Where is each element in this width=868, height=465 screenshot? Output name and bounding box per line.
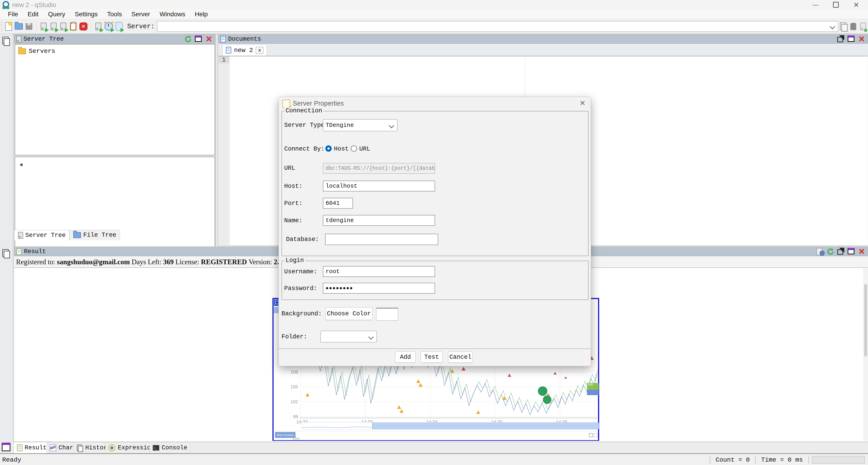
export-icon[interactable] xyxy=(816,248,824,255)
port-input[interactable]: 6041 xyxy=(323,198,353,209)
stop-hand-icon[interactable] xyxy=(849,22,857,31)
tab-file-tree[interactable]: File Tree xyxy=(69,230,120,240)
run-script-icon[interactable] xyxy=(115,22,123,31)
connect-by-host-radio[interactable] xyxy=(326,145,332,152)
dialog-close-icon[interactable]: ✕ xyxy=(580,99,586,107)
menu-tools[interactable]: Tools xyxy=(102,11,127,18)
add-button[interactable]: Add xyxy=(395,351,416,363)
toolbar-drag-handle[interactable] xyxy=(1,22,4,31)
server-icon xyxy=(16,36,21,42)
range-navigator[interactable] xyxy=(302,422,599,430)
username-input[interactable]: root xyxy=(323,266,435,277)
close-panel-icon[interactable] xyxy=(858,248,865,255)
maximize-panel-icon[interactable] xyxy=(848,35,855,43)
maximize-panel-icon[interactable] xyxy=(848,248,855,255)
group-label: Connection xyxy=(284,107,323,114)
risk-position-button[interactable]: Risk Position xyxy=(275,432,296,438)
document-tab-strip: new 2 x xyxy=(218,44,868,55)
chart-y-tick: 108 xyxy=(288,369,298,375)
folder-combobox[interactable] xyxy=(320,331,377,342)
test-button[interactable]: Test xyxy=(420,351,443,363)
clipboard-icon[interactable] xyxy=(69,22,77,31)
minimize-button[interactable]: — xyxy=(808,0,823,9)
registration-days: 369 xyxy=(163,258,174,266)
run-line-icon[interactable] xyxy=(50,22,57,31)
tab-new-2[interactable]: new 2 x xyxy=(222,44,267,56)
name-label: Name: xyxy=(284,217,303,224)
close-panel-icon[interactable] xyxy=(858,35,865,43)
run-selection-icon[interactable] xyxy=(60,22,67,31)
refresh-icon[interactable] xyxy=(827,248,834,255)
navigator-selection[interactable] xyxy=(372,423,599,429)
new-file-icon[interactable] xyxy=(5,22,13,31)
menu-query[interactable]: Query xyxy=(43,11,70,18)
server-type-combobox[interactable]: TDengine xyxy=(323,119,398,131)
tab-server-tree[interactable]: Server Tree xyxy=(14,230,69,241)
server-combobox[interactable] xyxy=(157,21,838,32)
host-input[interactable]: localhost xyxy=(323,181,435,191)
name-input[interactable]: tdengine xyxy=(323,215,435,226)
maximize-panel-icon[interactable] xyxy=(195,35,202,43)
toolbar-separator xyxy=(91,22,91,31)
database-input[interactable] xyxy=(325,234,438,245)
choose-color-button[interactable]: Choose Color xyxy=(325,307,373,320)
menu-file[interactable]: File xyxy=(3,11,23,18)
maximize-button[interactable] xyxy=(829,0,843,9)
color-swatch[interactable] xyxy=(376,308,398,321)
chevron-down-icon xyxy=(389,123,394,128)
tab-result[interactable]: Result xyxy=(13,442,50,454)
menu-server[interactable]: Server xyxy=(127,11,155,18)
schedule-icon[interactable] xyxy=(104,22,113,31)
password-input[interactable]: ●●●●●●●● xyxy=(323,283,435,293)
status-progress-bar xyxy=(812,456,865,464)
documents-icon xyxy=(220,36,226,42)
add-server-icon[interactable]: + xyxy=(859,22,867,31)
restore-panel-icon[interactable] xyxy=(2,37,9,45)
server-combo-label: Server: xyxy=(127,23,155,30)
registration-text: License: xyxy=(176,258,199,266)
connect-by-url-radio[interactable] xyxy=(351,145,357,152)
server-run-icon[interactable] xyxy=(94,22,102,31)
tab-console[interactable]: >_ Console xyxy=(150,442,190,453)
refresh-icon[interactable] xyxy=(185,35,192,43)
ask-price-badge: ASK xyxy=(587,383,599,390)
close-panel-icon[interactable] xyxy=(205,35,213,43)
menu-help[interactable]: Help xyxy=(190,11,213,18)
popout-panel-icon[interactable] xyxy=(837,248,844,255)
host-label: Host: xyxy=(284,183,303,190)
tab-label: Result xyxy=(25,444,46,451)
menu-settings[interactable]: Settings xyxy=(70,11,102,18)
scrollbar-thumb[interactable] xyxy=(864,284,867,356)
popout-panel-icon[interactable] xyxy=(837,35,844,43)
subchart-settings-icon[interactable] xyxy=(594,433,598,437)
background-label: Background: xyxy=(281,310,322,317)
subchart-popout-icon[interactable] xyxy=(589,433,593,437)
run-query-icon[interactable] xyxy=(40,22,48,31)
vertical-scrollbar[interactable] xyxy=(864,268,868,441)
cancel-button[interactable]: Cancel xyxy=(448,351,473,363)
server-tree-content: Servers xyxy=(15,44,215,155)
document-tab-label: new 2 xyxy=(234,47,253,54)
tree-item-label: Servers xyxy=(29,48,55,55)
close-tab-button[interactable]: x xyxy=(256,47,264,54)
stop-query-icon[interactable]: ✕ xyxy=(80,22,88,31)
restore-panel-icon[interactable] xyxy=(2,249,9,257)
server-type-value: TDengine xyxy=(326,122,354,129)
dialog-title-bar[interactable]: Server Properties ✕ xyxy=(279,97,591,110)
add-label: Add xyxy=(400,354,411,361)
save-icon[interactable] xyxy=(25,22,33,31)
risk-subpanel: Risk Position 6,000 xyxy=(274,431,598,440)
dock-window-icon[interactable] xyxy=(2,443,10,451)
copy-result-icon[interactable] xyxy=(839,22,847,31)
window-title: new 2 - qStudio xyxy=(12,1,56,8)
close-button[interactable]: ✕ xyxy=(849,0,864,9)
open-file-icon[interactable] xyxy=(15,22,23,31)
status-time: Time = 0 ms xyxy=(761,457,803,463)
tree-item-servers[interactable]: Servers xyxy=(18,48,215,55)
tab-label: Console xyxy=(162,444,187,451)
properties-icon xyxy=(282,99,290,108)
menu-bar: File Edit Query Settings Tools Server Wi… xyxy=(0,9,868,19)
menu-windows[interactable]: Windows xyxy=(155,11,190,18)
folder-icon xyxy=(18,49,26,54)
menu-edit[interactable]: Edit xyxy=(23,11,43,18)
